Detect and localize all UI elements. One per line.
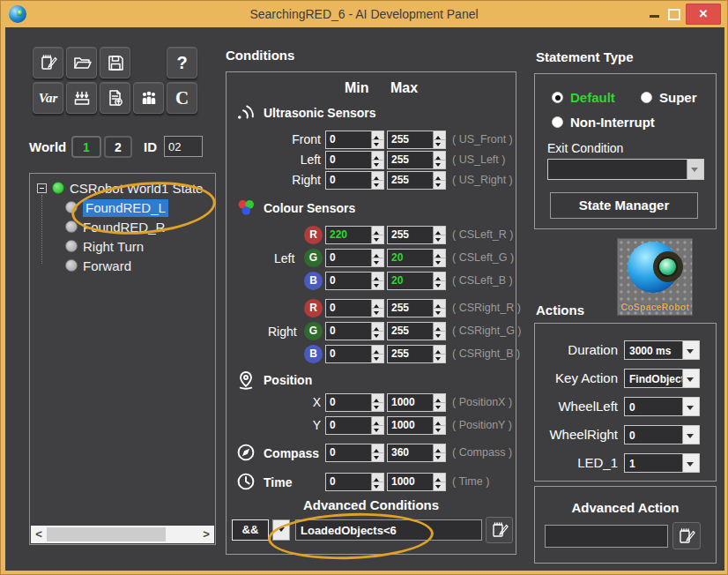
- spin-up-icon[interactable]: [372, 131, 383, 140]
- max-spinner[interactable]: 360: [387, 444, 446, 462]
- spin-down-icon[interactable]: [434, 426, 445, 434]
- min-spinner[interactable]: 0: [325, 345, 384, 363]
- spinner-buttons[interactable]: [371, 250, 383, 266]
- spin-up-icon[interactable]: [434, 273, 445, 281]
- team-button[interactable]: [133, 82, 164, 114]
- spin-down-icon[interactable]: [372, 140, 383, 148]
- spin-down-icon[interactable]: [372, 453, 383, 461]
- spin-down-icon[interactable]: [434, 281, 445, 289]
- min-value[interactable]: 0: [326, 323, 371, 340]
- spinner-buttons[interactable]: [371, 152, 383, 168]
- variables-button[interactable]: Var: [33, 82, 63, 114]
- spinner-buttons[interactable]: [371, 346, 383, 362]
- max-value[interactable]: 255: [388, 152, 433, 168]
- spin-up-icon[interactable]: [434, 346, 445, 355]
- min-spinner[interactable]: 0: [325, 272, 384, 290]
- spin-down-icon[interactable]: [434, 181, 445, 189]
- spin-down-icon[interactable]: [434, 161, 445, 168]
- min-value[interactable]: 0: [326, 273, 371, 289]
- spinner-buttons[interactable]: [433, 474, 445, 490]
- spin-down-icon[interactable]: [372, 181, 383, 189]
- maximize-icon[interactable]: [668, 9, 680, 20]
- spin-down-icon[interactable]: [434, 453, 445, 461]
- spin-down-icon[interactable]: [372, 355, 383, 362]
- max-value[interactable]: 20: [388, 273, 433, 289]
- exit-condition-dropdown[interactable]: [547, 159, 704, 180]
- max-value[interactable]: 1000: [388, 474, 433, 490]
- min-value[interactable]: 0: [326, 444, 371, 461]
- advanced-action-input[interactable]: [545, 525, 668, 548]
- duration-value[interactable]: 3000 ms: [625, 341, 682, 359]
- spin-up-icon[interactable]: [434, 152, 445, 161]
- max-value[interactable]: 1000: [388, 394, 433, 411]
- spin-down-icon[interactable]: [372, 161, 383, 168]
- spin-up-icon[interactable]: [434, 300, 445, 309]
- minimize-icon[interactable]: [650, 15, 659, 18]
- max-spinner[interactable]: 255: [387, 345, 446, 363]
- spin-up-icon[interactable]: [372, 444, 383, 453]
- min-spinner[interactable]: 0: [325, 444, 384, 462]
- horizontal-scrollbar[interactable]: < >: [31, 526, 214, 543]
- scroll-left-icon[interactable]: <: [31, 526, 47, 543]
- min-value[interactable]: 0: [326, 474, 371, 490]
- spin-down-icon[interactable]: [372, 482, 383, 490]
- open-button[interactable]: [66, 47, 97, 78]
- spin-up-icon[interactable]: [434, 474, 445, 482]
- max-spinner[interactable]: 255: [387, 322, 446, 340]
- spinner-buttons[interactable]: [433, 250, 445, 266]
- min-spinner[interactable]: 0: [325, 171, 384, 190]
- spinner-buttons[interactable]: [371, 394, 383, 411]
- new-state-button[interactable]: [33, 47, 63, 78]
- spin-down-icon[interactable]: [372, 281, 383, 289]
- spinner-buttons[interactable]: [433, 227, 445, 243]
- key-action-dropdown[interactable]: FindObject: [624, 369, 700, 388]
- spin-up-icon[interactable]: [434, 250, 445, 258]
- save-button[interactable]: [100, 47, 130, 78]
- dropdown-arrow-icon[interactable]: [682, 398, 699, 415]
- spinner-buttons[interactable]: [371, 131, 383, 148]
- spin-down-icon[interactable]: [372, 309, 383, 317]
- dropdown-arrow-icon[interactable]: [682, 454, 699, 472]
- scroll-right-icon[interactable]: >: [198, 526, 214, 543]
- max-value[interactable]: 255: [388, 227, 433, 243]
- state-manager-button[interactable]: State Manager: [550, 192, 698, 219]
- spinner-buttons[interactable]: [371, 300, 383, 317]
- min-value[interactable]: 220: [326, 227, 371, 243]
- max-spinner[interactable]: 1000: [387, 473, 446, 491]
- spinner-buttons[interactable]: [433, 346, 445, 362]
- min-value[interactable]: 0: [326, 394, 371, 411]
- spin-up-icon[interactable]: [372, 300, 383, 309]
- min-value[interactable]: 0: [326, 300, 371, 317]
- tree-item-label[interactable]: Forward: [83, 258, 131, 275]
- max-spinner[interactable]: 20: [387, 272, 446, 290]
- spin-down-icon[interactable]: [434, 332, 445, 340]
- dropdown-arrow-icon[interactable]: [687, 160, 703, 179]
- led-1-value[interactable]: 1: [625, 454, 682, 472]
- max-value[interactable]: 255: [388, 346, 433, 362]
- spin-up-icon[interactable]: [372, 227, 383, 235]
- spinner-buttons[interactable]: [371, 417, 383, 434]
- spinner-buttons[interactable]: [371, 172, 383, 189]
- spinner-buttons[interactable]: [433, 323, 445, 340]
- spin-up-icon[interactable]: [434, 417, 445, 426]
- world-1-button[interactable]: 1: [71, 136, 101, 158]
- spin-down-icon[interactable]: [372, 426, 383, 434]
- max-value[interactable]: 255: [388, 131, 433, 148]
- spinner-buttons[interactable]: [433, 131, 445, 148]
- spin-up-icon[interactable]: [372, 417, 383, 426]
- spin-up-icon[interactable]: [434, 444, 445, 453]
- spin-up-icon[interactable]: [372, 152, 383, 161]
- spin-up-icon[interactable]: [372, 394, 383, 403]
- min-value[interactable]: 0: [326, 417, 371, 434]
- max-value[interactable]: 360: [388, 444, 433, 461]
- dropdown-arrow-icon[interactable]: [682, 426, 699, 444]
- min-spinner[interactable]: 0: [325, 249, 384, 267]
- c-code-button[interactable]: C: [167, 82, 197, 114]
- spin-up-icon[interactable]: [372, 474, 383, 482]
- spin-up-icon[interactable]: [434, 323, 445, 332]
- spin-up-icon[interactable]: [434, 227, 445, 235]
- tree-item-label[interactable]: Right Turn: [83, 238, 144, 256]
- min-value[interactable]: 0: [326, 346, 371, 362]
- exit-condition-value[interactable]: [548, 160, 687, 179]
- min-value[interactable]: 0: [326, 131, 371, 148]
